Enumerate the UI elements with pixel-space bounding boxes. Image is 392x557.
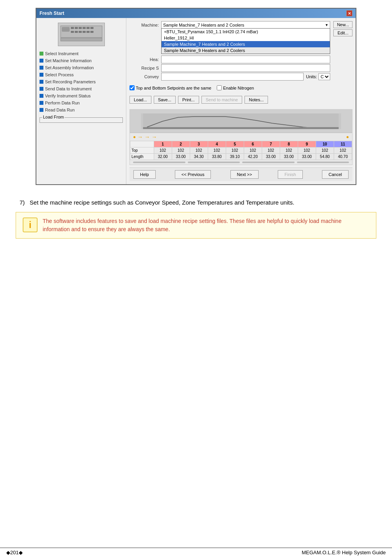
step-text: 7) Set the machine recipe settings such … xyxy=(20,198,380,207)
recipe-input[interactable] xyxy=(161,64,330,72)
step-label-3: Select Process xyxy=(45,72,74,77)
zone-top-8[interactable]: 102 xyxy=(280,147,298,154)
arrow-right-2-icon: → xyxy=(144,134,150,140)
svg-rect-6 xyxy=(86,27,90,29)
svg-rect-23 xyxy=(40,108,43,112)
slider-2[interactable] xyxy=(188,162,240,163)
next-button[interactable]: Next >> xyxy=(230,170,259,179)
zone-top-10[interactable]: 102 xyxy=(316,147,334,154)
step-send-data[interactable]: Send Data to Instrument xyxy=(40,86,123,92)
step-select-instrument[interactable]: Select Instrument xyxy=(40,51,123,56)
svg-rect-4 xyxy=(79,27,82,29)
step-data-run[interactable]: Perform Data Run xyxy=(40,100,123,106)
save-button[interactable]: Save... xyxy=(154,96,176,104)
zone-col-6: 6 xyxy=(244,141,262,147)
step-read-run[interactable]: Read Data Run xyxy=(40,107,123,113)
svg-rect-17 xyxy=(40,66,43,70)
edit-button[interactable]: Edit... xyxy=(333,29,352,36)
zone-top-1[interactable]: 102 xyxy=(154,147,172,154)
svg-rect-3 xyxy=(75,27,78,29)
units-label: Units: xyxy=(306,74,317,79)
new-edit-buttons: New... Edit... xyxy=(333,21,352,36)
machine-row: Machine: Sample Machine_7 Heaters and 2 … xyxy=(129,21,352,81)
zone-top-11[interactable]: 102 xyxy=(334,147,352,154)
svg-rect-5 xyxy=(83,27,86,29)
checkbox-top-bottom[interactable]: Top and Bottom Setpoints are the same xyxy=(129,85,211,90)
dropdown-item-2[interactable]: Sample Machine_7 Heaters and 2 Coolers xyxy=(162,41,330,47)
conveyor-input[interactable] xyxy=(161,73,304,81)
circle-left-icon: ● xyxy=(133,134,136,140)
zone-len-4[interactable]: 33.80 xyxy=(208,154,226,160)
top-bottom-checkbox[interactable] xyxy=(129,85,135,90)
help-button[interactable]: Help xyxy=(133,170,156,179)
load-button[interactable]: Load... xyxy=(129,96,151,104)
zone-len-3[interactable]: 34.30 xyxy=(190,154,208,160)
zone-len-10[interactable]: 54.80 xyxy=(316,154,334,160)
zone-len-2[interactable]: 33.00 xyxy=(172,154,190,160)
zone-top-3[interactable]: 102 xyxy=(190,147,208,154)
zone-top-5[interactable]: 102 xyxy=(226,147,244,154)
send-to-machine-button[interactable]: Send to machine xyxy=(201,96,243,104)
zone-top-9[interactable]: 102 xyxy=(298,147,316,154)
machine-form-row: Machine: Sample Machine_7 Heaters and 2 … xyxy=(129,21,330,29)
heater-input[interactable] xyxy=(161,56,330,63)
zone-len-8[interactable]: 33.00 xyxy=(280,154,298,160)
step-description: Set the machine recipe settings such as … xyxy=(30,199,295,206)
dialog-title: Fresh Start xyxy=(40,11,64,16)
units-select[interactable]: C F xyxy=(318,73,330,80)
slider-3[interactable] xyxy=(242,162,295,163)
step-select-process[interactable]: Select Process xyxy=(40,72,123,77)
info-icon: i xyxy=(22,217,38,233)
slider-1[interactable] xyxy=(133,162,185,163)
zone-top-4[interactable]: 102 xyxy=(208,147,226,154)
svg-rect-9 xyxy=(75,31,78,33)
zone-col-1: 1 xyxy=(154,141,172,147)
print-button[interactable]: Print... xyxy=(178,96,199,104)
svg-rect-7 xyxy=(90,27,94,29)
svg-rect-1 xyxy=(62,27,70,32)
zone-len-11[interactable]: 40.70 xyxy=(334,154,352,160)
svg-rect-2 xyxy=(71,27,74,29)
checkbox-nitrogen[interactable]: Enable Nitrogen xyxy=(217,85,254,90)
step-assembly-info[interactable]: Set Assembly Information xyxy=(40,65,123,70)
zone-len-6[interactable]: 42.20 xyxy=(244,154,262,160)
zone-len-9[interactable]: 33.00 xyxy=(298,154,316,160)
zone-graph xyxy=(130,110,352,133)
svg-rect-22 xyxy=(40,101,43,105)
sliders-row xyxy=(130,160,352,165)
step-label-6: Verify Instrument Status xyxy=(45,93,91,98)
zone-top-6[interactable]: 102 xyxy=(244,147,262,154)
zone-corner-cell xyxy=(130,141,154,147)
machine-dropdown-popup: +BTU_Test_Pyramax 150_1.1 InH20 (2.74 mB… xyxy=(161,28,330,54)
zone-len-1[interactable]: 32.00 xyxy=(154,154,172,160)
svg-rect-10 xyxy=(79,31,82,33)
dropdown-item-1[interactable]: Heller_1912_HI xyxy=(162,35,330,41)
cancel-button[interactable]: Cancel xyxy=(322,170,349,179)
step-label-5: Send Data to Instrument xyxy=(45,86,92,91)
dropdown-item-0[interactable]: +BTU_Test_Pyramax 150_1.1 InH20 (2.74 mB… xyxy=(162,29,330,35)
svg-rect-18 xyxy=(40,73,43,77)
step-recording-params[interactable]: Set Recording Parameters xyxy=(40,79,123,84)
step-verify-status[interactable]: Verify Instrument Status xyxy=(40,93,123,99)
notes-button[interactable]: Notes... xyxy=(245,96,268,104)
zone-top-2[interactable]: 102 xyxy=(172,147,190,154)
zone-len-5[interactable]: 39.10 xyxy=(226,154,244,160)
dropdown-item-3[interactable]: Sample Machine_9 Heaters and 2 Coolers xyxy=(162,47,330,54)
top-bottom-label: Top and Bottom Setpoints are the same xyxy=(136,86,211,90)
footer-page-left: ◆201◆ xyxy=(6,550,23,555)
zone-len-7[interactable]: 33.00 xyxy=(262,154,280,160)
heater-form-row: Hea: xyxy=(129,56,330,63)
page-wrapper: Fresh Start ✕ xyxy=(0,0,392,557)
step-label-1: Set Machine Information xyxy=(45,58,92,63)
machine-dropdown[interactable]: Sample Machine_7 Heaters and 2 Coolers ▼ xyxy=(161,21,330,29)
finish-button[interactable]: Finish xyxy=(278,170,302,179)
zone-top-7[interactable]: 102 xyxy=(262,147,280,154)
zone-header-row: 1 2 3 4 5 6 7 8 9 10 11 xyxy=(130,141,352,147)
previous-button[interactable]: << Previous xyxy=(175,170,211,179)
zone-length-row: Length 32.00 33.00 34.30 33.80 39.10 42.… xyxy=(130,154,352,160)
new-button[interactable]: New... xyxy=(333,21,352,28)
nitrogen-checkbox[interactable] xyxy=(217,85,222,90)
close-button[interactable]: ✕ xyxy=(346,10,352,16)
slider-4[interactable] xyxy=(297,162,349,163)
step-machine-info[interactable]: Set Machine Information xyxy=(40,58,123,63)
